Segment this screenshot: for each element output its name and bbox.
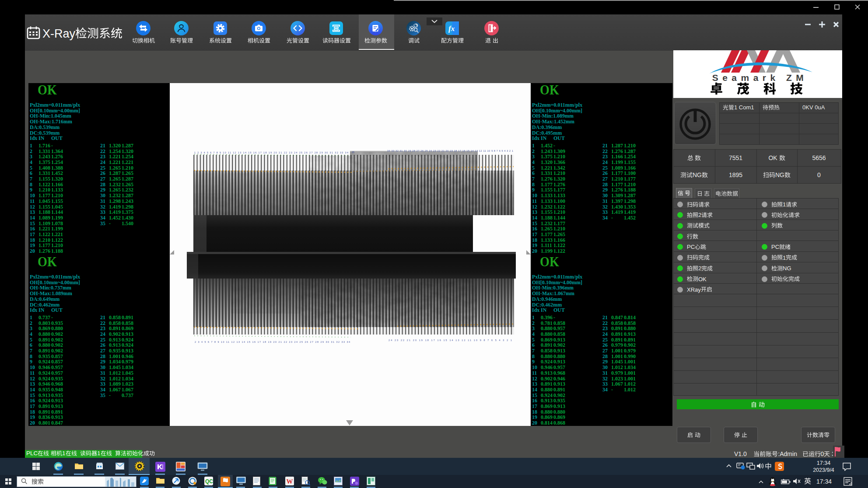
svg-text:QC: QC — [205, 478, 213, 485]
svg-text:fx: fx — [448, 24, 455, 33]
svg-text:2 3 4 5 6 7 8 9 10 11 12 13 14: 2 3 4 5 6 7 8 9 10 11 12 13 14 15 16 17 … — [195, 341, 350, 343]
svg-text:1 2 3 4 5 6 7 8 9 10 11 12 13: 1 2 3 4 5 6 7 8 9 10 11 12 13 14 15 16 1… — [194, 151, 348, 154]
svg-text:W: W — [287, 478, 293, 485]
svg-text:Seamark ZM: Seamark ZM — [712, 73, 808, 83]
svg-text:35: 35 — [352, 151, 354, 153]
svg-text:34 33 32 31 30 29 28 27 26 25: 34 33 32 31 30 29 28 27 26 25 24 23 22 2… — [387, 150, 513, 152]
svg-text:24 23 22 21 20 19 18 17 16 15: 24 23 22 21 20 19 18 17 16 15 14 13 12 1… — [388, 339, 512, 342]
